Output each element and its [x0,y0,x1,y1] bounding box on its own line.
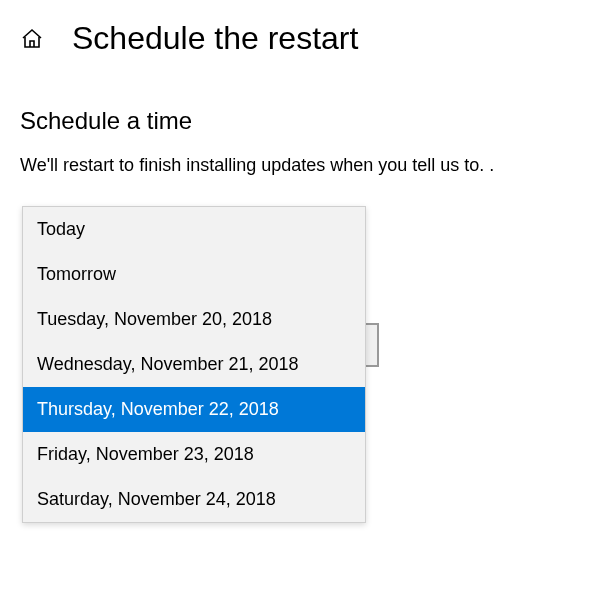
dropdown-item-thursday[interactable]: Thursday, November 22, 2018 [23,387,365,432]
dropdown-item-saturday[interactable]: Saturday, November 24, 2018 [23,477,365,522]
home-icon[interactable] [20,27,44,51]
dropdown-item-today[interactable]: Today [23,207,365,252]
dropdown-item-friday[interactable]: Friday, November 23, 2018 [23,432,365,477]
dropdown-item-tuesday[interactable]: Tuesday, November 20, 2018 [23,297,365,342]
day-select-dropdown: Today Tomorrow Tuesday, November 20, 201… [22,206,366,523]
day-select-button-edge[interactable] [365,323,379,367]
section-heading: Schedule a time [0,67,610,147]
dropdown-item-wednesday[interactable]: Wednesday, November 21, 2018 [23,342,365,387]
section-description: We'll restart to finish installing updat… [0,147,610,180]
page-title: Schedule the restart [72,20,358,57]
dropdown-item-tomorrow[interactable]: Tomorrow [23,252,365,297]
page-header: Schedule the restart [0,0,610,67]
